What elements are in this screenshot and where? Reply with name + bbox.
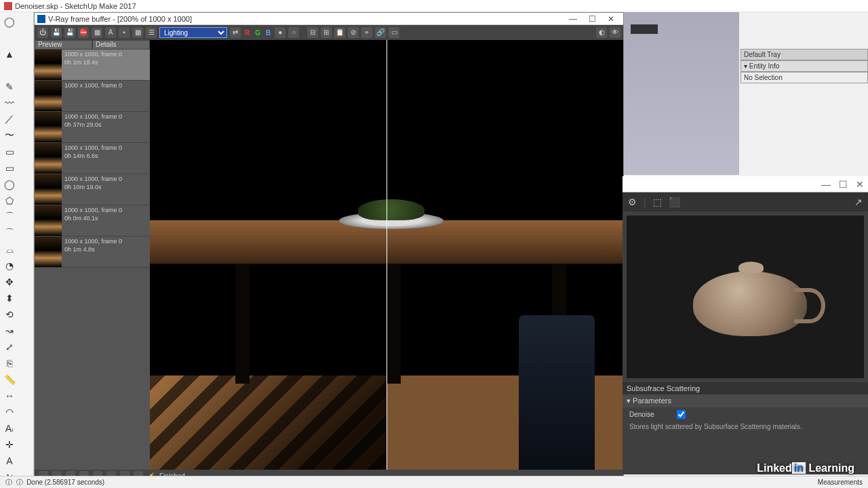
channel-dropdown[interactable]: Lighting [159,27,227,38]
history-row[interactable]: 1000 x 1000, frame 00h 37m 29.0s [35,112,150,143]
blue-toggle[interactable]: B [264,29,272,37]
sketchup-viewport[interactable] [624,12,739,175]
ab-split-line[interactable] [387,40,387,470]
power-icon[interactable]: ⏻ [37,27,48,38]
save-icon[interactable]: 💾 [51,27,62,38]
vray-round-icon[interactable]: ◯ [2,14,17,29]
settings-icon[interactable]: 👁 [610,27,620,38]
render-history: Preview Details 1000 x 1000, frame 00h 1… [35,40,150,470]
blank [2,30,17,45]
history-details: 1000 x 1000, frame 00h 1m 4.8s [62,237,150,267]
section-header: Subsufrace Scattering [623,382,868,394]
clipboard-icon[interactable]: 📋 [334,27,345,38]
asset-min-button[interactable]: — [821,179,831,190]
minimize-button[interactable]: — [564,14,583,24]
vfb-toolbar: ⏻ 💾 💾 ⛔ ▦ A ▪ ▦ ☰ Lighting ⇄ R G B ● ○ ⊟… [35,25,623,40]
protractor-tool[interactable]: ◠ [2,405,17,420]
arc3-tool[interactable]: ⌓ [2,242,17,257]
clear-icon[interactable]: ⊘ [348,27,359,38]
box-icon[interactable]: ⬚ [653,197,662,207]
scale-tool[interactable]: ⤢ [2,340,17,354]
freehand-tool[interactable]: 〜 [2,128,17,143]
cc-icon[interactable]: ◐ [596,27,607,38]
asset-editor: — ☐ ✕ ⚙ | ⬚ ⬛ ↗ Subsufrace Scattering ▾ … [623,176,868,474]
menu-icon[interactable]: ☰ [146,27,157,38]
dot2-icon[interactable]: ○ [288,27,299,38]
selection-state: No Selection [744,74,783,81]
compare-a-icon[interactable]: ⊟ [307,27,318,38]
asset-max-button[interactable]: ☐ [839,179,848,190]
pushpull-tool[interactable]: ⬍ [2,291,17,306]
rect-tool[interactable]: ▭ [2,144,17,159]
col-preview[interactable]: Preview [35,40,92,49]
gear-icon[interactable]: ⚙ [628,197,637,207]
denoise-checkbox[interactable] [677,410,686,419]
line-tool[interactable]: ／ [2,112,17,127]
arc2-tool[interactable]: ⌒ [2,226,17,241]
poly-tool[interactable]: ⬠ [2,193,17,208]
col-details[interactable]: Details [92,40,150,49]
box2-icon[interactable]: ⬛ [669,197,680,207]
dim-tool[interactable]: ↔ [2,388,17,403]
teapot-preview [693,271,807,336]
app-icon [4,2,12,10]
swap-icon[interactable]: ⇄ [230,27,241,38]
rotate-tool[interactable]: ⟲ [2,307,17,322]
close-button[interactable]: ✕ [601,14,620,24]
grid-icon[interactable]: ▦ [132,27,143,38]
history-thumb [35,49,62,80]
axes-tool[interactable]: ✛ [2,437,17,452]
3dtext-tool[interactable]: A [2,453,17,468]
history-details: 1000 x 1000, frame 00h 10m 19.0s [62,174,150,205]
prop-object [631,24,658,34]
compare-b-icon[interactable]: ⊞ [321,27,332,38]
region-icon[interactable]: ⌖ [361,27,372,38]
tape-tool[interactable]: 📏 [2,372,17,387]
history-row[interactable]: 1000 x 1000, frame 00h 1m 18.4s [35,49,150,81]
material-preview[interactable] [627,216,864,378]
move-tool[interactable]: ✥ [2,274,17,289]
save2-icon[interactable]: 💾 [64,27,75,38]
red-toggle[interactable]: R [243,29,251,37]
blank2 [2,63,17,78]
vfb-titlebar[interactable]: V-Ray frame buffer - [200% of 1000 x 100… [35,13,623,25]
history-row[interactable]: 1000 x 1000, frame 00h 0m 40.1s [35,205,150,237]
history-details: 1000 x 1000, frame 00h 0m 40.1s [62,205,150,236]
rect2-tool[interactable]: ▭ [2,161,17,176]
select-tool[interactable]: ▲ [2,47,17,62]
arc-tool[interactable]: ⌒ [2,209,17,224]
offset-tool[interactable]: ⎘ [2,356,17,371]
render-viewport[interactable] [150,40,623,470]
dot1-icon[interactable]: ● [275,27,285,38]
history-thumb [35,237,62,267]
history-row[interactable]: 1000 x 1000, frame 00h 1m 4.8s [35,237,150,268]
mono-icon[interactable]: ▪ [119,27,130,38]
alpha-icon[interactable]: A [105,27,116,38]
text-tool[interactable]: Aᵢ [2,421,17,436]
app-titlebar: Denoiser.skp - SketchUp Make 2017 [0,0,868,12]
history-row[interactable]: 1000 x 1000, frame 00h 10m 19.0s [35,174,150,205]
lens-icon[interactable]: ▭ [389,27,399,38]
history-row[interactable]: 1000 x 1000, frame 0 [35,81,150,112]
up-icon[interactable]: ↗ [854,197,863,207]
circle-tool[interactable]: ◯ [2,177,17,192]
pie-tool[interactable]: ◔ [2,258,17,273]
green-toggle[interactable]: G [254,29,262,37]
eraser-tool[interactable]: ✎ [2,79,17,94]
history-thumb [35,174,62,205]
maximize-button[interactable]: ☐ [583,14,601,24]
entity-info-header[interactable]: ▾ Entity Info [741,60,868,72]
parameters-header[interactable]: ▾ Parameters [623,394,868,407]
lasso-tool[interactable]: 〰 [2,96,17,110]
history-thumb [35,143,62,174]
link-icon[interactable]: 🔗 [375,27,386,38]
follow-tool[interactable]: ↝ [2,323,17,338]
vfb-icon [37,15,45,23]
stop-icon[interactable]: ⛔ [78,27,89,38]
linkedin-learning-logo: Linkedin Learning [757,462,854,474]
history-thumb [35,205,62,236]
asset-close-button[interactable]: ✕ [856,179,864,190]
history-row[interactable]: 1000 x 1000, frame 00h 14m 6.6s [35,143,150,174]
copy-icon[interactable]: ▦ [92,27,102,38]
tray-title[interactable]: Default Tray [741,49,868,60]
